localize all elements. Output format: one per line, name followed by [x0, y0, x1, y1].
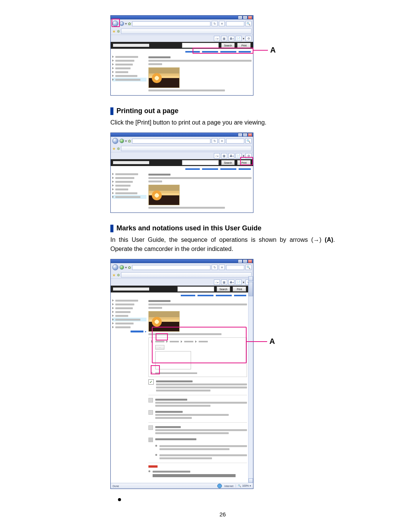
home-button[interactable]: ⌂▾ [214, 153, 220, 158]
site-search-button[interactable]: Search [221, 43, 235, 48]
sidebar-item[interactable] [112, 187, 147, 191]
forward-button[interactable] [119, 21, 124, 26]
tools-button[interactable]: ⚙ [245, 153, 252, 158]
global-nav-link[interactable] [220, 51, 236, 53]
scroll-thumb[interactable] [249, 282, 253, 296]
global-nav-link[interactable] [181, 295, 195, 296]
minimize-button[interactable]: – [238, 133, 242, 137]
sidebar-item[interactable] [112, 55, 147, 59]
page-menu-button[interactable]: 📄 [236, 153, 242, 158]
nav-dropdown-icon[interactable]: ▾ [125, 266, 127, 269]
back-button[interactable] [112, 264, 118, 270]
global-nav-link[interactable] [185, 168, 200, 170]
scroll-up-button[interactable] [249, 276, 253, 281]
site-search-field[interactable] [182, 43, 219, 48]
page-menu-button[interactable]: 📄 [236, 36, 242, 41]
global-nav-link[interactable] [234, 295, 246, 296]
global-nav-link[interactable] [239, 168, 251, 170]
back-button[interactable] [112, 21, 118, 27]
scroll-down-button[interactable] [249, 478, 253, 483]
print-menu-button[interactable]: 🖶▾ [228, 153, 234, 158]
sidebar-item[interactable] [112, 176, 147, 180]
sidebar-item[interactable] [112, 62, 147, 66]
sidebar-item[interactable] [112, 180, 147, 184]
forward-button[interactable] [119, 265, 124, 270]
browser-search-field[interactable] [226, 21, 244, 26]
favorites-icon[interactable]: ★ [112, 29, 116, 34]
add-favorite-icon[interactable]: ✲ [117, 29, 120, 34]
site-print-button[interactable]: Print [237, 160, 251, 165]
sidebar-item[interactable] [112, 74, 147, 78]
global-nav-link[interactable] [202, 51, 218, 53]
browser-search-go[interactable]: 🔍 [245, 265, 252, 270]
minimize-button[interactable]: – [238, 16, 242, 19]
home-button[interactable]: ⌂▾ [214, 36, 220, 41]
site-search-button[interactable]: Search [217, 286, 230, 292]
sidebar-item[interactable] [112, 59, 147, 62]
sidebar-item[interactable] [112, 306, 147, 310]
sidebar-item[interactable] [112, 70, 147, 74]
stop-button[interactable]: ✕ [219, 265, 225, 270]
site-search-field[interactable] [182, 160, 219, 165]
sidebar-item[interactable] [112, 310, 147, 314]
site-search-field[interactable] [177, 286, 214, 292]
global-nav-link[interactable] [198, 295, 213, 296]
browser-tab[interactable] [121, 272, 252, 278]
tools-dropdown-icon[interactable]: ▾ [243, 281, 244, 284]
address-field[interactable] [132, 21, 210, 26]
sidebar-item[interactable] [112, 172, 147, 176]
close-button[interactable]: × [248, 133, 252, 137]
global-nav-link[interactable] [216, 295, 232, 296]
sidebar-item-active[interactable] [112, 195, 147, 199]
browser-search-field[interactable] [226, 265, 244, 270]
refresh-button[interactable]: ↻ [212, 265, 218, 270]
browser-tab[interactable] [121, 146, 252, 151]
sidebar-item[interactable] [112, 321, 147, 325]
refresh-button[interactable]: ↻ [212, 21, 218, 26]
scrollbar[interactable] [248, 276, 253, 483]
browser-search-go[interactable]: 🔍 [245, 138, 252, 144]
address-field[interactable] [132, 139, 210, 144]
sidebar-item-active[interactable] [112, 78, 147, 81]
close-button[interactable]: × [248, 16, 252, 19]
nav-dropdown-icon[interactable]: ▾ [125, 22, 127, 26]
global-nav-link[interactable] [239, 51, 251, 53]
refresh-button[interactable]: ↻ [212, 138, 218, 144]
add-favorite-icon[interactable]: ✲ [117, 273, 120, 277]
feeds-button[interactable]: ▦ [221, 153, 227, 158]
sidebar-item[interactable] [112, 66, 147, 70]
tools-dropdown-icon[interactable]: ▾ [243, 154, 244, 158]
site-print-button[interactable]: Print [233, 286, 246, 292]
sidebar-item[interactable] [112, 325, 147, 329]
minimize-button[interactable]: – [238, 259, 242, 263]
page-menu-button[interactable]: 📄 [236, 280, 242, 285]
sidebar-item[interactable] [112, 191, 147, 195]
tools-dropdown-icon[interactable]: ▾ [243, 37, 244, 40]
stop-button[interactable]: ✕ [219, 138, 225, 144]
global-nav-link[interactable] [185, 51, 200, 53]
back-button[interactable] [112, 138, 118, 144]
zoom-label[interactable]: 🔍 100% ▾ [236, 484, 251, 487]
favorites-icon[interactable]: ★ [112, 147, 116, 151]
home-button[interactable]: ⌂▾ [214, 280, 220, 285]
favorites-icon[interactable]: ★ [112, 273, 116, 277]
site-search-button[interactable]: Search [221, 160, 235, 165]
tools-button[interactable]: ⚙ [245, 36, 252, 41]
sidebar-item[interactable] [112, 314, 147, 318]
nav-dropdown-icon[interactable]: ▾ [125, 139, 127, 143]
close-button[interactable]: × [248, 259, 252, 263]
global-nav-link[interactable] [202, 168, 218, 170]
global-nav-link[interactable] [220, 168, 236, 170]
forward-button[interactable] [119, 139, 124, 143]
sidebar-item[interactable] [112, 302, 147, 306]
sidebar-item-active[interactable] [112, 318, 147, 321]
sidebar-sub-link[interactable]: ▸ [112, 329, 147, 334]
add-favorite-icon[interactable]: ✲ [117, 147, 120, 151]
feeds-button[interactable]: ▦ [221, 36, 227, 41]
maximize-button[interactable]: □ [243, 133, 247, 137]
address-field[interactable] [132, 265, 210, 270]
stop-button[interactable]: ✕ [219, 21, 225, 26]
maximize-button[interactable]: □ [243, 259, 247, 263]
maximize-button[interactable]: □ [243, 16, 247, 19]
feeds-button[interactable]: ▦ [221, 280, 227, 285]
